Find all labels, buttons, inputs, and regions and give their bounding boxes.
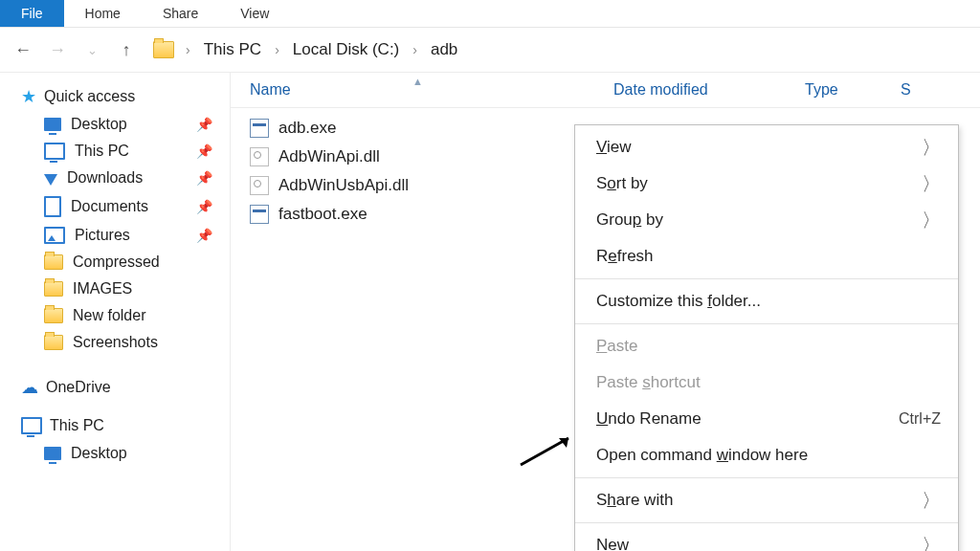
crumb-disk[interactable]: Local Disk (C:) <box>291 38 401 61</box>
sidebar-item-label: Desktop <box>71 116 127 133</box>
context-menu: View 〉 Sort by 〉 Group by 〉 Refresh Cust… <box>574 124 959 551</box>
submenu-arrow-icon: 〉 <box>922 137 941 158</box>
pin-icon: 📌 <box>196 228 212 243</box>
desktop-icon <box>44 118 61 131</box>
file-name: AdbWinUsbApi.dll <box>278 176 409 195</box>
sidebar-this-pc[interactable]: This PC <box>0 411 230 440</box>
chevron-right-icon: › <box>182 42 194 57</box>
sidebar-item-this-pc[interactable]: This PC📌 <box>0 138 230 165</box>
crumb-this-pc[interactable]: This PC <box>202 38 263 61</box>
folder-icon <box>153 41 174 58</box>
column-size[interactable]: S <box>901 81 980 99</box>
sidebar-item-images[interactable]: IMAGES <box>0 276 230 302</box>
dll-file-icon <box>250 147 269 166</box>
submenu-arrow-icon: 〉 <box>922 209 941 231</box>
separator <box>575 278 958 279</box>
sidebar-item-label: Pictures <box>75 227 130 244</box>
monitor-icon <box>44 143 65 160</box>
ctx-group-by[interactable]: Group by 〉 <box>575 202 958 238</box>
sidebar-item-label: Downloads <box>67 169 143 187</box>
sidebar-item-label: This PC <box>75 143 129 160</box>
exe-file-icon <box>250 205 269 224</box>
separator <box>575 477 958 478</box>
tab-view[interactable]: View <box>219 0 290 27</box>
nav-recent[interactable]: ⌄ <box>78 36 105 63</box>
ctx-open-command-window[interactable]: Open command window here <box>575 437 958 474</box>
column-name[interactable]: Name ▲ <box>231 81 613 99</box>
star-icon: ★ <box>21 89 36 104</box>
sidebar-quick-access[interactable]: ★ Quick access <box>0 82 230 111</box>
ctx-refresh[interactable]: Refresh <box>575 238 958 275</box>
sidebar-item-desktop[interactable]: Desktop <box>0 440 230 467</box>
sidebar-item-label: Compressed <box>73 253 160 271</box>
sidebar-item-new-folder[interactable]: New folder <box>0 302 230 329</box>
nav-forward: → <box>44 36 71 63</box>
sidebar-item-documents[interactable]: Documents📌 <box>0 191 230 222</box>
folder-icon <box>44 254 63 270</box>
onedrive-label: OneDrive <box>46 379 111 396</box>
sidebar-item-compressed[interactable]: Compressed <box>0 249 230 276</box>
pin-icon: 📌 <box>196 170 212 186</box>
folder-icon <box>44 281 63 297</box>
sidebar-item-label: Screenshots <box>73 334 158 351</box>
nav-back[interactable]: ← <box>10 36 36 63</box>
file-name: fastboot.exe <box>278 205 368 224</box>
ctx-share-with[interactable]: Share with 〉 <box>575 482 958 518</box>
ctx-undo-rename[interactable]: Undo Rename Ctrl+Z <box>575 401 958 437</box>
down-icon <box>44 174 57 186</box>
sidebar-item-label: IMAGES <box>73 280 132 298</box>
submenu-arrow-icon: 〉 <box>922 535 941 551</box>
submenu-arrow-icon: 〉 <box>922 173 941 194</box>
ctx-paste: Paste <box>575 328 958 364</box>
nav-row: ← → ⌄ ↑ › This PC › Local Disk (C:) › ad… <box>0 28 980 73</box>
ctx-paste-shortcut: Paste shortcut <box>575 364 958 401</box>
pin-icon: 📌 <box>196 143 212 159</box>
pin-icon: 📌 <box>196 199 212 214</box>
sidebar-item-label: Documents <box>71 198 148 215</box>
sidebar-item-pictures[interactable]: Pictures📌 <box>0 222 230 249</box>
sidebar-onedrive[interactable]: ☁ OneDrive <box>0 373 230 402</box>
sort-asc-icon: ▲ <box>412 76 423 87</box>
monitor-icon <box>21 417 42 434</box>
dll-file-icon <box>250 176 269 195</box>
cloud-icon: ☁ <box>21 380 38 395</box>
quick-access-label: Quick access <box>44 88 135 105</box>
ctx-new[interactable]: New 〉 <box>575 527 958 551</box>
ctx-sort-by[interactable]: Sort by 〉 <box>575 165 958 202</box>
separator <box>575 522 958 523</box>
this-pc-label: This PC <box>50 417 104 434</box>
sidebar-item-downloads[interactable]: Downloads📌 <box>0 165 230 191</box>
nav-up[interactable]: ↑ <box>113 36 140 63</box>
shortcut-label: Ctrl+Z <box>899 408 941 430</box>
column-headers: Name ▲ Date modified Type S <box>231 73 980 108</box>
chevron-right-icon: › <box>271 42 283 57</box>
sidebar: ★ Quick access Desktop📌This PC📌Downloads… <box>0 73 231 551</box>
tab-file[interactable]: File <box>0 0 64 27</box>
sidebar-item-label: Desktop <box>71 445 127 462</box>
ribbon-tabs: File Home Share View <box>0 0 980 28</box>
pic-icon <box>44 227 65 244</box>
sidebar-item-desktop[interactable]: Desktop📌 <box>0 111 230 138</box>
file-name: AdbWinApi.dll <box>278 147 380 166</box>
crumb-folder[interactable]: adb <box>429 38 459 61</box>
submenu-arrow-icon: 〉 <box>922 490 941 511</box>
doc-icon <box>44 196 61 217</box>
sidebar-item-label: New folder <box>73 307 145 324</box>
tab-share[interactable]: Share <box>142 0 219 27</box>
file-name: adb.exe <box>278 119 337 138</box>
tab-home[interactable]: Home <box>64 0 142 27</box>
chevron-right-icon: › <box>409 42 421 57</box>
pin-icon: 📌 <box>196 117 212 132</box>
ctx-view[interactable]: View 〉 <box>575 129 958 165</box>
sidebar-item-screenshots[interactable]: Screenshots <box>0 329 230 356</box>
separator <box>575 323 958 324</box>
folder-icon <box>44 335 63 350</box>
folder-icon <box>44 308 63 323</box>
desktop-icon <box>44 447 61 460</box>
ctx-customize-folder[interactable]: Customize this folder... <box>575 283 958 320</box>
column-type[interactable]: Type <box>805 81 901 99</box>
column-date-modified[interactable]: Date modified <box>613 81 805 99</box>
exe-file-icon <box>250 119 269 138</box>
